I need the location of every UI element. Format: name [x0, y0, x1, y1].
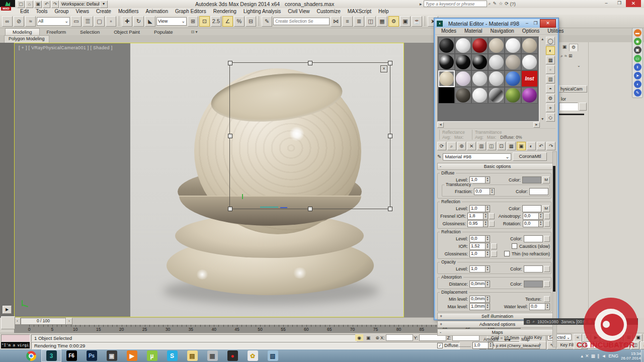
spinner-arrows-icon[interactable]: ▲▼ [485, 236, 490, 242]
me-menu-options[interactable]: Options [518, 28, 543, 34]
corner-box[interactable] [1, 316, 15, 329]
selection-bracket[interactable] [229, 62, 390, 209]
select-object-button[interactable]: ▭ [71, 16, 82, 27]
spinner-arrows-icon[interactable]: ▲▼ [485, 266, 490, 272]
material-sample-slot[interactable] [455, 87, 471, 104]
spinner-snap-toggle-button[interactable]: ⊟ [246, 16, 256, 27]
material-sample-slot[interactable] [455, 70, 471, 87]
me-maximize-button[interactable]: ❐ [531, 20, 540, 27]
taskbar-item-camera-app[interactable]: ▣ [102, 349, 122, 362]
taskbar-item-3ds-max[interactable]: 3 [41, 349, 61, 362]
map-shortcut-button[interactable] [544, 213, 550, 219]
spinner-arrows-icon[interactable]: ▲▼ [485, 243, 490, 249]
fresnel-ior-spinner[interactable]: 1,8▲▼ [467, 213, 488, 220]
diffuse-map-button[interactable]: p #94 (Cherry_bleached.png) [495, 342, 540, 349]
select-and-rotate-button[interactable]: ↻ [133, 16, 144, 27]
select-and-scale-button[interactable]: ◣ [145, 16, 155, 27]
material-sample-slot[interactable]: Inst [521, 70, 538, 87]
left-edge-arrow-button[interactable]: ▶ [3, 306, 12, 314]
select-by-name-button[interactable]: ☰ [83, 16, 93, 27]
isolate-toggle-icon[interactable]: ◉ [355, 334, 363, 341]
minimize-button[interactable]: – [600, 0, 613, 7]
map-button[interactable]: M [542, 176, 550, 184]
recorder-stop-button[interactable]: ▬ [634, 29, 641, 37]
selection-filter-dropdown[interactable]: All⌄ [37, 17, 70, 26]
spinner-arrows-icon[interactable]: ▲▼ [538, 221, 543, 227]
quick-access-icon[interactable]: ▢ [17, 1, 25, 8]
min-level-spinner[interactable]: 0,0mm▲▼ [469, 296, 490, 303]
select-and-link-button[interactable]: ∞ [2, 16, 13, 27]
recorder-pause-button[interactable]: ‖ [634, 63, 641, 71]
angle-snap-toggle-button[interactable]: ∠ [222, 16, 233, 27]
material-sample-slot[interactable] [471, 87, 488, 104]
checkbox-thin-no-refraction[interactable] [504, 251, 510, 256]
command-panel-icon[interactable]: ⊞ [569, 53, 573, 59]
level-spinner[interactable]: 1,0▲▼ [469, 205, 490, 212]
material-editor-window[interactable]: ◖ Material Editor - Material #98 – ❐ ✕ M… [434, 18, 558, 320]
max-logo-icon[interactable] [0, 0, 15, 7]
rendered-frame-window-button[interactable]: ▣ [400, 16, 411, 27]
anisotropy-spinner[interactable]: 0,0▲▼ [523, 213, 543, 220]
distance-spinner[interactable]: 0,0mm▲▼ [469, 281, 490, 288]
diffuse-amount-spinner[interactable]: 1,0▲▼ [472, 342, 493, 349]
color-swatch[interactable] [522, 205, 541, 212]
move-gizmo-axis[interactable] [280, 207, 287, 208]
material-sample-slot[interactable] [455, 37, 471, 54]
spinner-arrows-icon[interactable]: ▲▼ [545, 304, 549, 310]
material-sample-slot[interactable] [438, 87, 455, 104]
select-and-move-button[interactable]: ✚ [122, 16, 132, 27]
material-sample-slot[interactable] [438, 54, 455, 70]
rollout-basic-options[interactable]: -Basic options [437, 163, 555, 170]
ior-spinner[interactable]: 1,52▲▼ [469, 243, 490, 250]
tray-icon[interactable]: ▴ [581, 353, 583, 358]
menu-lighting-analysis[interactable]: Lighting Analysis [240, 8, 285, 15]
recorder-chat-button[interactable]: ◖ [634, 80, 641, 88]
options-icon[interactable]: ⚙ [546, 94, 555, 103]
material-map-navigator-icon[interactable]: ◇ [546, 113, 555, 122]
spinner-arrows-icon[interactable]: ▲▼ [483, 213, 488, 219]
spinner-arrows-icon[interactable]: ▲▼ [485, 296, 490, 302]
glossiness-spinner[interactable]: 0,95▲▼ [467, 220, 488, 227]
material-editor-titlebar[interactable]: ◖ Material Editor - Material #98 – ❐ ✕ [435, 19, 557, 28]
map-shortcut-button[interactable] [489, 221, 495, 227]
language-indicator[interactable]: ENG [608, 353, 618, 358]
tray-icon[interactable]: ▦ [591, 353, 596, 358]
map-shortcut-button[interactable] [491, 251, 497, 257]
tab-freeform[interactable]: Freeform [40, 29, 73, 35]
spinner-arrows-icon[interactable]: ▲▼ [485, 304, 490, 310]
glossiness-spinner[interactable]: 1,0▲▼ [469, 250, 490, 257]
recorder-cursor-button[interactable]: ➤ [634, 72, 641, 79]
command-panel-tab-icon[interactable]: ▣ [560, 44, 569, 51]
bind-to-space-warp-button[interactable]: ≈ [25, 16, 36, 27]
material-name-dropdown[interactable]: Material #98⌄ [443, 153, 511, 160]
graph-editors-button[interactable]: ◫ [365, 16, 376, 27]
time-slider[interactable]: 0 / 100 [21, 318, 66, 325]
menu-tools[interactable]: Tools [32, 8, 51, 15]
select-by-material-icon[interactable]: ⌖ [546, 104, 555, 112]
material-sample-slot[interactable] [505, 70, 521, 87]
selection-handle[interactable] [388, 61, 392, 65]
selection-handle[interactable] [388, 207, 392, 211]
ribbon-toggle-icon[interactable]: ⊡ ▾ [184, 29, 204, 35]
spinner-arrows-icon[interactable]: ▲▼ [485, 177, 490, 183]
menu-modifiers[interactable]: Modifiers [115, 8, 142, 15]
maxscript-listener-text[interactable]: "I'm a virgi: [1, 342, 30, 348]
render-setup-button[interactable]: ⚙ [388, 16, 399, 27]
menu-edit[interactable]: Edit [17, 8, 32, 15]
quick-access-icon[interactable]: ↶ [43, 1, 50, 8]
infocenter-icon[interactable]: ⟳ [505, 1, 509, 7]
tray-icon[interactable]: ◄ [602, 353, 606, 358]
menu-create[interactable]: Create [93, 8, 115, 15]
level-spinner[interactable]: 1,0▲▼ [469, 265, 490, 273]
window-icon[interactable]: ⊡ [526, 319, 530, 324]
backlight-icon[interactable]: ◐ [546, 46, 555, 55]
water-level-spinner[interactable]: 0,0▲▼ [529, 303, 550, 310]
material-sample-slot[interactable] [505, 87, 521, 104]
selection-handle[interactable] [388, 134, 392, 138]
color-mini-button[interactable] [579, 103, 587, 111]
align-button[interactable]: ≡ [342, 16, 353, 27]
background-checker-icon[interactable]: ▦ [546, 56, 555, 64]
material-editor-toolbar-button[interactable]: ▦ [377, 16, 387, 27]
help-button[interactable]: (?) [510, 2, 516, 7]
map-shortcut-button[interactable] [489, 213, 495, 219]
